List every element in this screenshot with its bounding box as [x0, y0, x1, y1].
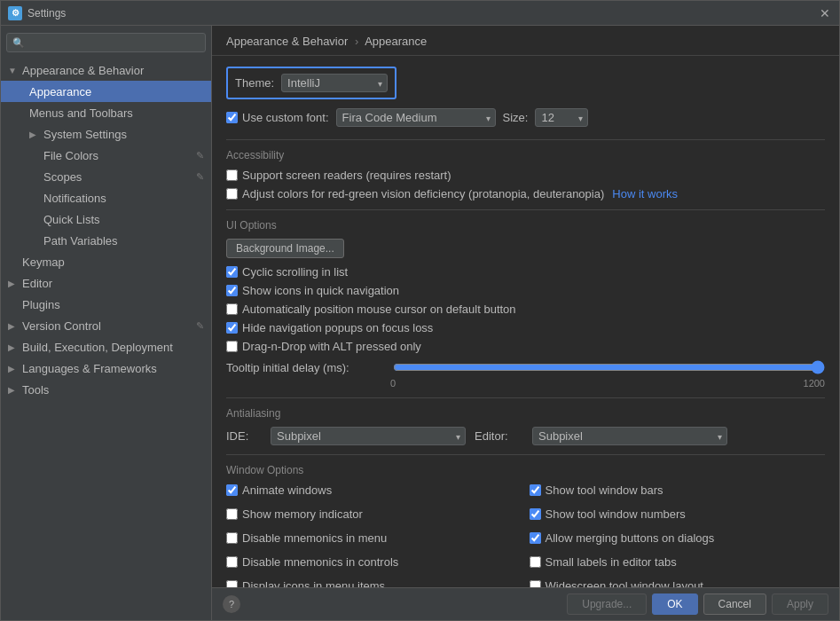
sidebar-item-label: System Settings [43, 128, 127, 141]
sidebar-item-menus-toolbars[interactable]: Menus and Toolbars [1, 102, 211, 123]
widescreen-checkbox[interactable] [530, 580, 541, 587]
display-icons-checkbox[interactable] [226, 580, 238, 587]
expand-arrow: ▶ [29, 130, 43, 139]
show-tool-numbers-label[interactable]: Show tool window numbers [546, 507, 686, 521]
sidebar-item-keymap[interactable]: Keymap [1, 251, 211, 272]
animate-option: Animate windows [226, 483, 522, 497]
apply-button[interactable]: Apply [772, 593, 828, 615]
ide-antialias-wrapper: Subpixel Greyscale None [271, 427, 466, 445]
breadcrumb-parent: Appearance & Behavior [226, 35, 348, 48]
sidebar-item-label: Languages & Frameworks [22, 362, 157, 375]
animate-checkbox[interactable] [226, 484, 238, 496]
search-box[interactable]: 🔍 [6, 33, 206, 52]
widescreen-label[interactable]: Widescreen tool window layout [546, 579, 703, 587]
hide-nav-checkbox[interactable] [226, 322, 238, 334]
sidebar-item-path-variables[interactable]: Path Variables [1, 230, 211, 251]
tooltip-delay-track [393, 360, 825, 374]
screen-readers-option: Support screen readers (requires restart… [226, 169, 825, 182]
sidebar-item-build-execution[interactable]: ▶ Build, Execution, Deployment [1, 336, 211, 358]
show-tool-bars-checkbox[interactable] [530, 484, 541, 496]
sidebar-item-tools[interactable]: ▶ Tools [1, 379, 211, 400]
allow-merging-checkbox[interactable] [530, 532, 541, 544]
show-icons-checkbox[interactable] [226, 285, 238, 296]
screen-readers-checkbox[interactable] [226, 169, 238, 181]
disable-mnemonics-ctrl-checkbox[interactable] [226, 556, 238, 568]
show-tool-bars-option: Show tool window bars [530, 483, 826, 497]
sidebar-item-plugins[interactable]: Plugins [1, 294, 211, 315]
cyclic-scroll-option: Cyclic scrolling in list [226, 265, 825, 279]
drag-alt-checkbox[interactable] [226, 341, 238, 352]
divider-ui-options [226, 209, 825, 210]
sidebar-item-appearance[interactable]: Appearance [1, 81, 211, 102]
allow-merging-label[interactable]: Allow merging buttons on dialogs [546, 531, 715, 545]
main-panel: Appearance & Behavior › Appearance Theme… [212, 26, 839, 620]
screen-readers-label[interactable]: Support screen readers (requires restart… [242, 169, 451, 182]
sidebar-item-scopes[interactable]: Scopes ✎ [1, 166, 211, 187]
theme-row: Theme: IntelliJ Darcula High contrast [226, 67, 396, 99]
ok-button[interactable]: OK [652, 593, 697, 615]
show-icons-option: Show icons in quick navigation [226, 284, 825, 297]
slider-values: 0 1200 [226, 378, 825, 389]
tooltip-delay-slider[interactable] [393, 360, 825, 374]
disable-mnemonics-ctrl-label[interactable]: Disable mnemonics in controls [242, 555, 398, 569]
sidebar-item-appearance-behavior[interactable]: ▼ Appearance & Behavior [1, 59, 211, 81]
background-image-button[interactable]: Background Image... [226, 239, 344, 258]
disable-mnemonics-menu-checkbox[interactable] [226, 532, 238, 544]
close-button[interactable]: ✕ [820, 7, 832, 20]
breadcrumb: Appearance & Behavior › Appearance [212, 26, 839, 56]
sidebar-item-version-control[interactable]: ▶ Version Control ✎ [1, 315, 211, 336]
drag-alt-label[interactable]: Drag-n-Drop with ALT pressed only [242, 340, 421, 353]
editor-antialias-select[interactable]: Subpixel Greyscale None [532, 427, 727, 445]
breadcrumb-current: Appearance [365, 35, 427, 48]
search-input[interactable] [28, 36, 200, 49]
color-vision-option: Adjust colors for red-green vision defic… [226, 187, 825, 200]
font-checkbox[interactable] [226, 112, 238, 123]
sidebar-item-label: Editor [22, 277, 52, 290]
upgrade-button[interactable]: Upgrade... [567, 593, 647, 615]
expand-arrow: ▶ [8, 364, 22, 373]
window-options-title: Window Options [226, 464, 825, 476]
settings-window: ⚙ Settings ✕ 🔍 ▼ Appearance & Behavior A… [0, 0, 840, 621]
slider-max: 1200 [804, 378, 825, 389]
disable-mnemonics-menu-label[interactable]: Disable mnemonics in menu [242, 531, 387, 545]
hide-nav-label[interactable]: Hide navigation popups on focus loss [242, 321, 433, 334]
color-vision-checkbox[interactable] [226, 188, 238, 200]
cancel-button[interactable]: Cancel [703, 593, 766, 615]
show-tool-bars-label[interactable]: Show tool window bars [546, 483, 663, 497]
show-memory-label[interactable]: Show memory indicator [242, 507, 363, 521]
sidebar-item-quick-lists[interactable]: Quick Lists [1, 208, 211, 230]
sidebar-item-editor[interactable]: ▶ Editor [1, 272, 211, 294]
show-icons-label[interactable]: Show icons in quick navigation [242, 284, 399, 297]
show-memory-checkbox[interactable] [226, 508, 238, 520]
how-it-works-link[interactable]: How it works [612, 187, 678, 200]
size-label: Size: [503, 111, 529, 124]
theme-select[interactable]: IntelliJ Darcula High contrast [281, 74, 388, 92]
ide-antialias-select[interactable]: Subpixel Greyscale None [271, 427, 466, 445]
theme-select-wrapper: IntelliJ Darcula High contrast [281, 74, 388, 92]
help-button[interactable]: ? [223, 595, 240, 613]
sidebar-item-system-settings[interactable]: ▶ System Settings [1, 123, 211, 145]
sidebar-item-file-colors[interactable]: File Colors ✎ [1, 145, 211, 166]
auto-mouse-label[interactable]: Automatically position mouse cursor on d… [242, 303, 516, 316]
sidebar-item-notifications[interactable]: Notifications [1, 187, 211, 208]
color-vision-label[interactable]: Adjust colors for red-green vision defic… [242, 187, 604, 200]
small-labels-label[interactable]: Small labels in editor tabs [546, 555, 677, 569]
auto-mouse-checkbox[interactable] [226, 303, 238, 315]
display-icons-label[interactable]: Display icons in menu items [242, 579, 385, 587]
cyclic-scroll-checkbox[interactable] [226, 266, 238, 278]
font-select[interactable]: Fira Code Medium Arial Consolas JetBrain… [336, 108, 496, 127]
window-options-grid: Animate windows Show tool window bars Sh… [226, 483, 825, 587]
expand-arrow: ▼ [8, 66, 22, 75]
hide-nav-option: Hide navigation popups on focus loss [226, 321, 825, 334]
show-tool-numbers-option: Show tool window numbers [530, 507, 826, 521]
editor-antialias-wrapper: Subpixel Greyscale None [532, 427, 727, 445]
sidebar-item-label: Tools [22, 383, 49, 397]
show-tool-numbers-checkbox[interactable] [530, 508, 541, 520]
panel-content: Theme: IntelliJ Darcula High contrast Us… [212, 56, 839, 587]
font-size-select[interactable]: 12 10 11 13 14 16 [535, 108, 588, 127]
small-labels-checkbox[interactable] [530, 556, 541, 568]
cyclic-scroll-label[interactable]: Cyclic scrolling in list [242, 265, 348, 279]
font-checkbox-label[interactable]: Use custom font: [226, 111, 329, 124]
sidebar-item-languages-frameworks[interactable]: ▶ Languages & Frameworks [1, 358, 211, 379]
animate-label[interactable]: Animate windows [242, 483, 332, 497]
